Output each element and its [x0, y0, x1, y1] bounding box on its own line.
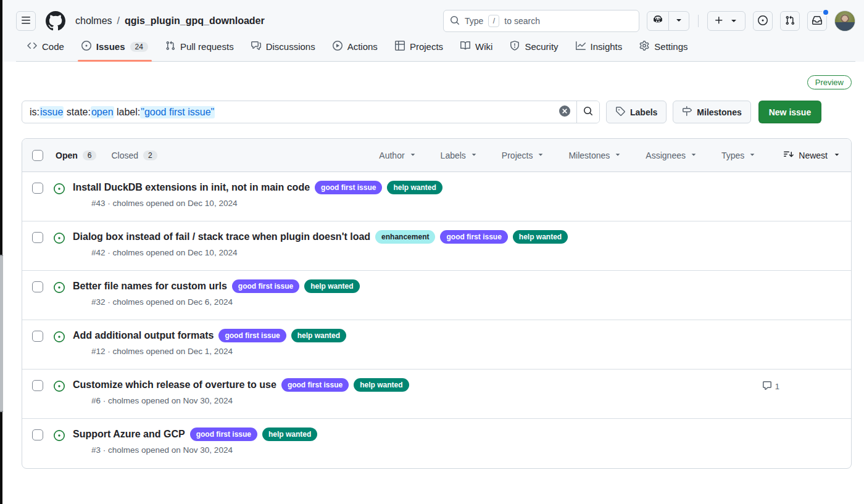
sort-dropdown[interactable]: Newest — [784, 149, 841, 161]
new-issue-button[interactable]: New issue — [758, 101, 821, 123]
label-good-first-issue[interactable]: good first issue — [281, 378, 349, 392]
labels-button-label: Labels — [630, 107, 657, 117]
issue-title-link[interactable]: Install DuckDB extensions in init, not i… — [73, 182, 310, 193]
assignees-filter-dropdown[interactable]: Assignees — [646, 150, 698, 160]
comment-count-value: 1 — [775, 382, 779, 391]
your-pull-requests-button[interactable] — [780, 11, 800, 31]
triangle-down-icon — [833, 150, 841, 160]
tab-code[interactable]: Code — [19, 41, 73, 61]
query-token: open — [91, 106, 114, 118]
issue-meta: #42 · cholmes opened on Dec 10, 2024 — [91, 248, 841, 257]
closed-count-badge: 2 — [143, 151, 157, 160]
tab-security[interactable]: Security — [501, 41, 567, 61]
user-avatar[interactable] — [834, 10, 855, 31]
label-good-first-issue[interactable]: good first issue — [190, 428, 257, 441]
issue-checkbox[interactable] — [32, 380, 43, 391]
tab-label: Security — [525, 41, 558, 52]
issue-title-link[interactable]: Dialog box instead of fail / stack trace… — [73, 231, 370, 242]
issue-opened-icon — [54, 282, 65, 295]
tab-wiki[interactable]: Wiki — [452, 41, 501, 61]
tab-label: Projects — [410, 41, 443, 52]
issue-filter-input[interactable]: is:issue state:open label:"good first is… — [22, 101, 553, 123]
label-enhancement[interactable]: enhancement — [375, 230, 435, 244]
issue-checkbox[interactable] — [32, 183, 43, 194]
tab-insights[interactable]: Insights — [567, 41, 631, 61]
label-help-wanted[interactable]: help wanted — [354, 378, 409, 392]
issue-meta: #43 · cholmes opened on Dec 10, 2024 — [91, 199, 841, 208]
issue-row: Better file names for custom urls good f… — [22, 271, 851, 320]
header-divider — [698, 15, 699, 27]
label-help-wanted[interactable]: help wanted — [262, 428, 317, 441]
copilot-button-group — [647, 11, 689, 31]
your-issues-button[interactable] — [753, 11, 773, 31]
milestones-filter-dropdown[interactable]: Milestones — [568, 150, 622, 160]
create-new-button[interactable] — [707, 11, 746, 31]
clear-filter-button[interactable] — [553, 101, 576, 123]
issue-meta: #12 · cholmes opened on Dec 1, 2024 — [91, 347, 841, 356]
issue-title-link[interactable]: Support Azure and GCP — [73, 429, 185, 440]
types-filter-dropdown[interactable]: Types — [721, 150, 757, 160]
milestones-button[interactable]: Milestones — [673, 101, 750, 123]
issue-checkbox[interactable] — [32, 429, 43, 440]
labels-button[interactable]: Labels — [606, 101, 667, 123]
tab-label: Code — [42, 41, 64, 52]
tab-actions[interactable]: Actions — [324, 41, 386, 61]
tab-projects[interactable]: Projects — [386, 41, 452, 61]
issue-row: Support Azure and GCP good first issue h… — [22, 419, 851, 468]
label-help-wanted[interactable]: help wanted — [387, 181, 442, 194]
issue-title-link[interactable]: Add additional output formats — [73, 330, 214, 341]
dropdown-label: Types — [721, 151, 744, 160]
graph-icon — [576, 41, 586, 52]
tab-discussions[interactable]: Discussions — [243, 41, 324, 61]
issue-title-link[interactable]: Customize which release of overture to u… — [73, 379, 276, 390]
tab-issues[interactable]: Issues 24 — [73, 41, 157, 61]
open-issues-toggle[interactable]: Open 6 — [56, 151, 96, 160]
open-label: Open — [56, 151, 78, 160]
global-search-input[interactable]: Type / to search — [443, 10, 639, 32]
label-good-first-issue[interactable]: good first issue — [232, 279, 299, 293]
author-filter-dropdown[interactable]: Author — [379, 150, 417, 160]
closed-issues-toggle[interactable]: Closed 2 — [111, 151, 157, 160]
search-placeholder-prefix: Type — [465, 16, 483, 26]
breadcrumb-owner-link[interactable]: cholmes — [75, 15, 112, 27]
issues-list-header: Open 6 Closed 2 Author Labels Projects — [22, 139, 851, 172]
copilot-dropdown-button[interactable] — [668, 12, 689, 30]
dropdown-label: Milestones — [568, 151, 610, 160]
filter-search-button[interactable] — [576, 101, 599, 123]
label-help-wanted[interactable]: help wanted — [304, 279, 359, 293]
issue-title-link[interactable]: Better file names for custom urls — [73, 281, 227, 292]
issue-opened-icon — [81, 41, 91, 52]
query-qualifier: is: — [30, 107, 39, 118]
triangle-down-icon — [536, 150, 545, 160]
milestones-button-label: Milestones — [697, 107, 741, 117]
search-icon — [450, 15, 460, 27]
select-all-checkbox[interactable] — [32, 150, 43, 161]
breadcrumb-repo-link[interactable]: qgis_plugin_gpq_downloader — [125, 15, 265, 27]
chevron-down-icon — [674, 15, 684, 27]
issue-checkbox[interactable] — [32, 232, 43, 243]
label-good-first-issue[interactable]: good first issue — [218, 329, 286, 342]
hamburger-menu-button[interactable] — [16, 11, 36, 31]
screen-edge-strip — [0, 0, 2, 504]
inbox-icon — [812, 15, 822, 27]
label-help-wanted[interactable]: help wanted — [513, 230, 568, 244]
preview-badge[interactable]: Preview — [807, 75, 852, 89]
label-good-first-issue[interactable]: good first issue — [315, 181, 382, 194]
labels-filter-dropdown[interactable]: Labels — [441, 150, 478, 160]
tab-pull-requests[interactable]: Pull requests — [157, 41, 243, 61]
unread-notification-dot — [822, 9, 829, 16]
closed-label: Closed — [111, 151, 138, 160]
copilot-button[interactable] — [647, 12, 668, 30]
issue-checkbox[interactable] — [32, 331, 43, 342]
tab-settings[interactable]: Settings — [631, 41, 696, 61]
label-good-first-issue[interactable]: good first issue — [440, 230, 507, 244]
github-logo-icon[interactable] — [46, 11, 65, 31]
comment-count[interactable]: 1 — [762, 381, 779, 392]
issue-checkbox[interactable] — [32, 281, 43, 292]
projects-filter-dropdown[interactable]: Projects — [502, 150, 546, 160]
triangle-down-icon — [613, 150, 622, 160]
open-count-badge: 6 — [83, 151, 97, 160]
global-header: cholmes / qgis_plugin_gpq_downloader Typ… — [0, 0, 864, 62]
dropdown-label: Projects — [502, 151, 533, 160]
label-help-wanted[interactable]: help wanted — [291, 329, 346, 342]
